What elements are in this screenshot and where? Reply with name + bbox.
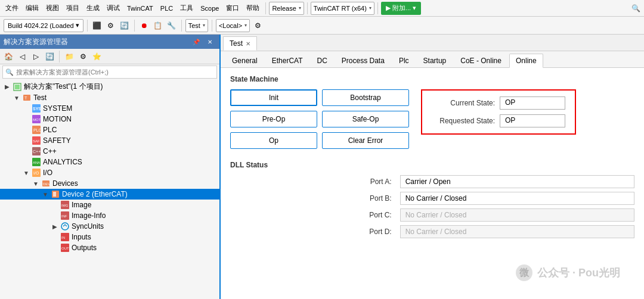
settings-icon[interactable]: ⚙ <box>77 51 89 63</box>
close-panel-icon[interactable]: ✕ <box>204 36 216 48</box>
tree-cpp[interactable]: C++ C++ <box>0 146 219 157</box>
tree-image[interactable]: IMG Image <box>0 200 219 210</box>
tree-syncunits[interactable]: ▶ SyncUnits <box>0 221 219 232</box>
motion-label: MOTION <box>43 115 72 123</box>
menu-window[interactable]: 窗口 <box>223 2 242 15</box>
tab-online-label: Online <box>516 57 537 65</box>
menu-edit[interactable]: 编辑 <box>23 2 42 15</box>
toolbar-icon-5[interactable]: 📋 <box>152 20 164 32</box>
tree-io[interactable]: ▼ I/O I/O <box>0 167 219 178</box>
menu-help[interactable]: 帮助 <box>243 2 262 15</box>
requested-state-label: Requested State: <box>429 117 495 125</box>
io-label: I/O <box>43 169 52 177</box>
tree-analytics[interactable]: ANA ANALYTICS <box>0 157 219 167</box>
tree-imageinfo[interactable]: INF Image-Info <box>0 210 219 221</box>
back-icon[interactable]: ◁ <box>16 51 28 63</box>
tree-safety[interactable]: SAF SAFETY <box>0 135 219 146</box>
tab-test[interactable]: Test ✕ <box>223 36 257 51</box>
safety-label: SAFETY <box>43 136 71 145</box>
tree-devices[interactable]: ▼ DEV Devices <box>0 178 219 189</box>
local-dropdown[interactable]: <Local> ▾ <box>216 19 250 32</box>
devices-label: Devices <box>52 179 78 188</box>
svg-text:MOT: MOT <box>33 118 41 122</box>
tab-ethercat-label: EtherCAT <box>272 57 303 65</box>
device2-expand-icon: ▼ <box>41 191 50 198</box>
solution-icon <box>12 82 23 92</box>
search-box[interactable]: 🔍 <box>2 66 217 79</box>
sub-tab-bar: General EtherCAT DC Process Data Plc Sta… <box>221 51 644 68</box>
devices-icon: DEV <box>41 179 51 188</box>
port-b-label: Port B: <box>230 194 394 203</box>
btn-preop[interactable]: Pre-Op <box>230 111 317 127</box>
toolbar-icon-2[interactable]: ⚙ <box>105 20 117 32</box>
tab-close-icon[interactable]: ✕ <box>246 41 250 47</box>
target-arrow: ▾ <box>203 23 205 28</box>
icon-sep <box>59 51 60 63</box>
tree-system[interactable]: SYS SYSTEM <box>0 103 219 114</box>
plc-label: PLC <box>43 126 57 134</box>
tab-startup[interactable]: Startup <box>417 54 453 67</box>
tree-plc[interactable]: PLC PLC <box>0 124 219 135</box>
attach-label: 附加... <box>392 4 411 13</box>
tree-motion[interactable]: MOT MOTION <box>0 114 219 124</box>
tab-dc[interactable]: DC <box>311 54 334 67</box>
tab-dc-label: DC <box>317 57 327 65</box>
attach-button[interactable]: ▶ 附加... ▾ <box>381 2 421 15</box>
tab-plc[interactable]: Plc <box>392 54 416 67</box>
toolbar-icon-4[interactable]: ⏺ <box>138 20 150 32</box>
menu-project[interactable]: 项目 <box>63 2 82 15</box>
local-label: <Local> <box>219 22 242 29</box>
runtime-dropdown[interactable]: TwinCAT RT (x64) ▾ <box>311 2 374 15</box>
tab-processdata[interactable]: Process Data <box>335 54 391 67</box>
tab-online[interactable]: Online <box>509 54 543 68</box>
tab-general[interactable]: General <box>225 54 264 67</box>
build-dropdown[interactable]: Build 4024.22 (Loaded ▾ <box>4 19 83 32</box>
tree-outputs[interactable]: OUT Outputs <box>0 242 219 253</box>
system-label: SYSTEM <box>43 104 72 113</box>
tree-device2[interactable]: ▼ Device 2 (EtherCAT) <box>0 189 219 200</box>
btn-init[interactable]: Init <box>230 89 317 106</box>
btn-clearerror[interactable]: Clear Error <box>322 132 409 149</box>
home-icon[interactable]: 🏠 <box>2 51 14 63</box>
menu-tools[interactable]: 工具 <box>177 2 196 15</box>
tab-coe-online[interactable]: CoE - Online <box>454 54 508 67</box>
menu-view[interactable]: 视图 <box>43 2 62 15</box>
search-input[interactable] <box>16 68 165 76</box>
btn-op[interactable]: Op <box>230 132 317 149</box>
release-dropdown[interactable]: Release ▾ <box>269 2 304 15</box>
dll-section: DLL Status Port A: Carrier / Open Port B… <box>230 161 634 238</box>
tree-solution[interactable]: ▶ 解决方案"Test"(1 个项目) <box>0 81 219 92</box>
btn-bootstrap[interactable]: Bootstrap <box>322 89 409 106</box>
tree-inputs[interactable]: IN Inputs <box>0 232 219 242</box>
forward-icon[interactable]: ▷ <box>30 51 42 63</box>
second-toolbar: Build 4024.22 (Loaded ▾ ⬛ ⚙ 🔄 ⏺ 📋 🔧 Test… <box>0 17 644 35</box>
svg-text:OUT: OUT <box>61 247 69 250</box>
cpp-icon: C++ <box>31 147 42 156</box>
menu-btn[interactable]: 文件 <box>2 2 21 15</box>
pin-icon[interactable]: 📌 <box>190 36 202 48</box>
svg-text:IMG: IMG <box>61 204 69 207</box>
star-icon[interactable]: ⭐ <box>91 51 103 63</box>
menu-twincat[interactable]: TwinCAT <box>124 2 156 15</box>
toolbar-icon-7[interactable]: ⚙ <box>252 20 264 32</box>
tree-test[interactable]: ▼ T Test <box>0 92 219 103</box>
menu-scope[interactable]: Scope <box>197 2 222 15</box>
sync-icon[interactable]: 🔄 <box>44 51 55 63</box>
toolbar-icon-6[interactable]: 🔧 <box>166 20 178 32</box>
menu-build[interactable]: 生成 <box>83 2 103 15</box>
toolbar-icon-3[interactable]: 🔄 <box>119 20 131 32</box>
btn-safeop[interactable]: Safe-Op <box>322 111 409 127</box>
tab-ethercat[interactable]: EtherCAT <box>265 54 309 67</box>
toolbar-icon-1[interactable]: ⬛ <box>91 20 103 32</box>
port-c-label: Port C: <box>230 211 394 219</box>
folder-icon[interactable]: 📁 <box>63 51 75 63</box>
search-icon[interactable]: 🔍 <box>630 2 642 14</box>
motion-icon: MOT <box>31 114 42 124</box>
tab-general-label: General <box>232 57 258 65</box>
target-dropdown[interactable]: Test ▾ <box>185 19 208 32</box>
right-panel: Test ✕ General EtherCAT DC Process Data … <box>221 35 644 299</box>
menu-debug[interactable]: 调试 <box>104 2 123 15</box>
menu-plc[interactable]: PLC <box>157 2 176 15</box>
image-label: Image <box>72 201 91 209</box>
system-icon: SYS <box>31 104 42 113</box>
